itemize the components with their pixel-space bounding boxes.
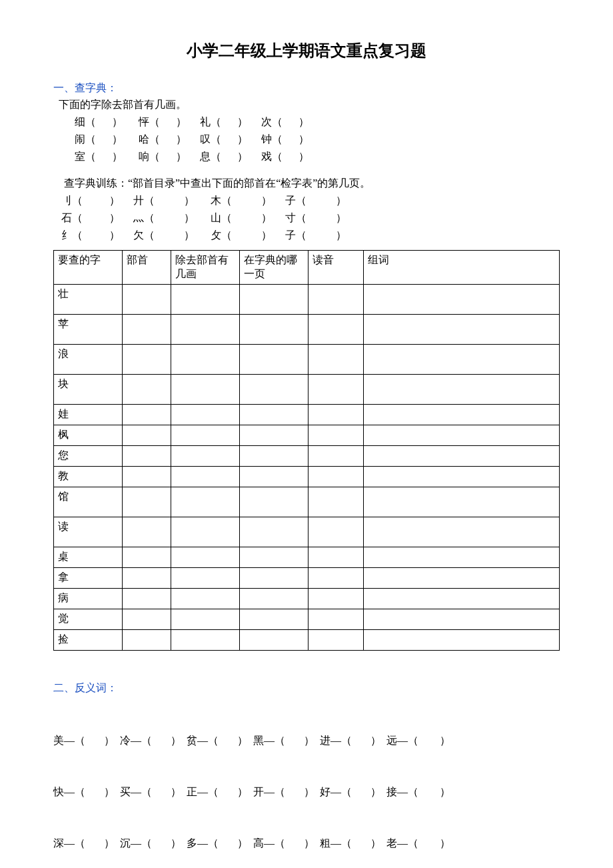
blank-cell (123, 609, 171, 630)
blank-cell (308, 517, 364, 547)
s1-sub2: 查字典训练：“部首目录”中查出下面的部首在“检字表”的第几页。 (53, 175, 560, 191)
blank-cell (308, 315, 364, 345)
blank-cell (240, 345, 308, 375)
blank-cell (171, 425, 240, 446)
blank-cell (240, 589, 308, 609)
blank-cell (171, 487, 240, 517)
blank-cell (308, 446, 364, 467)
blank-cell (364, 609, 560, 630)
table-body: 壮苹浪块娃枫您教馆读桌拿病觉捡 (54, 285, 560, 651)
table-row: 苹 (54, 315, 560, 345)
blank-cell (240, 547, 308, 568)
char-cell: 苹 (54, 315, 123, 345)
table-row: 病 (54, 589, 560, 609)
blank-cell (123, 345, 171, 375)
blank-cell (240, 446, 308, 467)
blank-cell (171, 375, 240, 405)
section-2-heading: 二、反义词： (53, 681, 560, 695)
th-word: 组词 (364, 251, 560, 285)
table-row: 拿 (54, 568, 560, 589)
blank-cell (308, 345, 364, 375)
blank-cell (240, 517, 308, 547)
blank-cell (240, 609, 308, 630)
blank-cell (364, 345, 560, 375)
antonym-line: 美—（ ） 冷—（ ） 贫—（ ） 黑—（ ） 进—（ ） 远—（ ） (53, 732, 560, 749)
blank-cell (171, 345, 240, 375)
table-row: 馆 (54, 487, 560, 517)
table-header-row: 要查的字 部首 除去部首有几画 在字典的哪一页 读音 组词 (54, 251, 560, 285)
table-row: 捡 (54, 630, 560, 651)
char-cell: 浪 (54, 345, 123, 375)
blank-cell (123, 589, 171, 609)
blank-cell (364, 589, 560, 609)
blank-cell (240, 375, 308, 405)
blank-cell (240, 405, 308, 425)
s1-radical-row3: 纟（ ） 欠（ ） 攵（ ） 子（ ） (53, 227, 560, 243)
blank-cell (240, 315, 308, 345)
blank-cell (308, 285, 364, 315)
table-row: 壮 (54, 285, 560, 315)
blank-cell (308, 630, 364, 651)
blank-cell (364, 547, 560, 568)
blank-cell (123, 517, 171, 547)
blank-cell (364, 405, 560, 425)
page-title: 小学二年级上学期语文重点复习题 (53, 40, 560, 61)
blank-cell (171, 589, 240, 609)
blank-cell (171, 630, 240, 651)
blank-cell (308, 405, 364, 425)
blank-cell (171, 467, 240, 487)
blank-cell (308, 609, 364, 630)
char-cell: 壮 (54, 285, 123, 315)
blank-cell (123, 487, 171, 517)
char-cell: 娃 (54, 405, 123, 425)
blank-cell (171, 285, 240, 315)
blank-cell (308, 589, 364, 609)
s1-radical-row2: 石（ ） 灬（ ） 山（ ） 寸（ ） (53, 210, 560, 226)
blank-cell (171, 446, 240, 467)
blank-cell (364, 285, 560, 315)
blank-cell (240, 568, 308, 589)
char-cell: 桌 (54, 547, 123, 568)
blank-cell (240, 467, 308, 487)
blank-cell (308, 487, 364, 517)
blank-cell (171, 547, 240, 568)
table-row: 桌 (54, 547, 560, 568)
blank-cell (364, 315, 560, 345)
th-strokes: 除去部首有几画 (171, 251, 240, 285)
blank-cell (123, 467, 171, 487)
table-row: 块 (54, 375, 560, 405)
blank-cell (123, 547, 171, 568)
blank-cell (240, 425, 308, 446)
table-row: 教 (54, 467, 560, 487)
th-radical: 部首 (123, 251, 171, 285)
blank-cell (364, 425, 560, 446)
table-row: 读 (54, 517, 560, 547)
char-cell: 拿 (54, 568, 123, 589)
blank-cell (240, 487, 308, 517)
table-row: 您 (54, 446, 560, 467)
blank-cell (364, 517, 560, 547)
char-cell: 捡 (54, 630, 123, 651)
char-cell: 读 (54, 517, 123, 547)
antonym-line: 深—（ ） 沉—（ ） 多—（ ） 高—（ ） 粗—（ ） 老—（ ） (53, 835, 560, 852)
char-cell: 觉 (54, 609, 123, 630)
blank-cell (364, 487, 560, 517)
blank-cell (123, 405, 171, 425)
blank-cell (171, 568, 240, 589)
char-cell: 教 (54, 467, 123, 487)
table-row: 娃 (54, 405, 560, 425)
antonym-line: 快—（ ） 买—（ ） 正—（ ） 开—（ ） 好—（ ） 接—（ ） (53, 783, 560, 801)
blank-cell (364, 375, 560, 405)
s1-radical-row1: 刂（ ） 廾（ ） 木（ ） 子（ ） (53, 193, 560, 209)
blank-cell (308, 547, 364, 568)
blank-cell (364, 467, 560, 487)
antonym-lines: 美—（ ） 冷—（ ） 贫—（ ） 黑—（ ） 进—（ ） 远—（ ） 快—（ … (53, 698, 560, 868)
blank-cell (123, 630, 171, 651)
blank-cell (123, 568, 171, 589)
blank-cell (308, 425, 364, 446)
blank-cell (171, 517, 240, 547)
s1-strokes-row1: 细（ ） 怦（ ） 礼（ ） 次（ ） (53, 114, 560, 130)
char-cell: 馆 (54, 487, 123, 517)
th-page: 在字典的哪一页 (240, 251, 308, 285)
blank-cell (364, 630, 560, 651)
